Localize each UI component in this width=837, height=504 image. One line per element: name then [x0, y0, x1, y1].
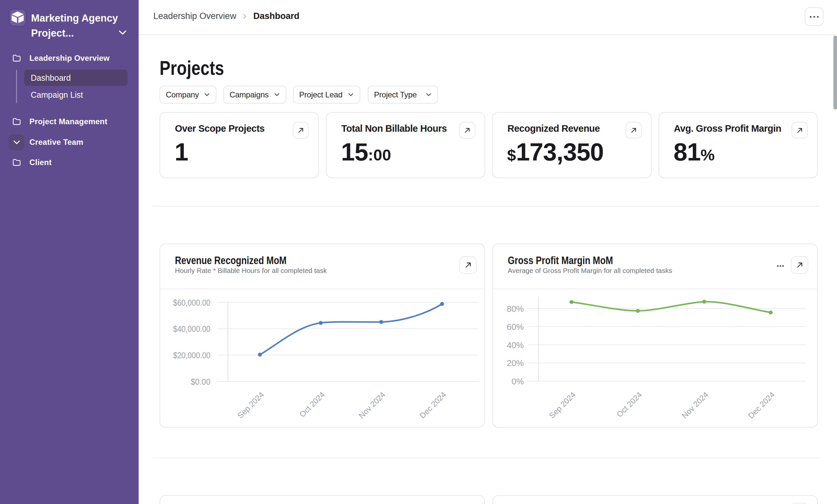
svg-text:Nov 2024: Nov 2024	[357, 390, 387, 420]
svg-text:0%: 0%	[511, 377, 524, 386]
svg-text:40%: 40%	[507, 340, 524, 350]
svg-text:$20,000.00: $20,000.00	[173, 350, 211, 360]
svg-text:Sep 2024: Sep 2024	[547, 390, 577, 420]
svg-text:80%: 80%	[507, 304, 524, 314]
svg-text:$60,000.00: $60,000.00	[173, 298, 211, 308]
svg-text:$0.00: $0.00	[191, 377, 211, 387]
svg-text:Nov 2024: Nov 2024	[680, 390, 710, 420]
svg-text:Oct 2024: Oct 2024	[615, 390, 644, 419]
svg-text:Sep 2024: Sep 2024	[236, 390, 266, 420]
svg-text:$40,000.00: $40,000.00	[173, 324, 211, 334]
svg-text:60%: 60%	[507, 322, 524, 332]
svg-text:Dec 2024: Dec 2024	[746, 390, 777, 420]
svg-text:20%: 20%	[507, 358, 524, 368]
svg-text:Dec 2024: Dec 2024	[418, 390, 448, 420]
svg-text:Oct 2024: Oct 2024	[298, 390, 327, 419]
